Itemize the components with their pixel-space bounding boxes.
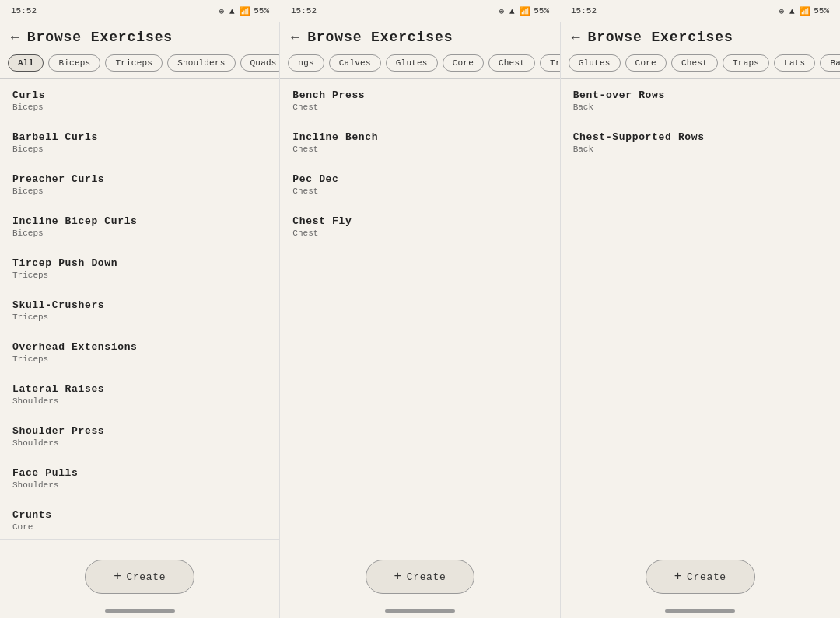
panel-3-header: ← Browse Exercises xyxy=(561,22,840,51)
filter-quads[interactable]: Quads xyxy=(240,54,280,72)
exercise-muscle: Biceps xyxy=(12,145,267,154)
panel-2-exercise-list: Bench Press Chest Incline Bench Chest Pe… xyxy=(280,79,559,550)
list-item[interactable]: Face Pulls Shoulders xyxy=(0,456,279,498)
exercise-name: Incline Bicep Curls xyxy=(12,215,267,227)
exercise-muscle: Back xyxy=(573,145,828,154)
filter-traps-3[interactable]: Traps xyxy=(723,54,769,72)
exercise-muscle: Back xyxy=(573,103,828,112)
plus-icon-2: + xyxy=(394,570,402,584)
list-item[interactable]: Overhead Extensions Triceps xyxy=(0,330,279,372)
list-item[interactable]: Chest-Supported Rows Back xyxy=(561,120,840,162)
exercise-muscle: Chest xyxy=(292,229,547,238)
panel-2: ← Browse Exercises ngs Calves Glutes Cor… xyxy=(280,22,560,618)
create-button-2[interactable]: + Create xyxy=(366,560,475,594)
back-arrow-2[interactable]: ← xyxy=(291,30,299,45)
list-item[interactable]: Barbell Curls Biceps xyxy=(0,120,279,162)
list-item[interactable]: Incline Bicep Curls Biceps xyxy=(0,204,279,246)
exercise-muscle: Biceps xyxy=(12,187,267,196)
list-item[interactable]: Bench Press Chest xyxy=(280,79,559,120)
status-bar: 15:52 ⊕ ▲ 📶 55% 15:52 ⊕ ▲ 📶 55% 15:52 ⊕ … xyxy=(0,0,840,22)
exercise-name: Crunts xyxy=(12,509,267,521)
exercise-muscle: Shoulders xyxy=(12,396,267,406)
status-icons-3: ⊕ ▲ 📶 xyxy=(779,6,810,16)
status-panel-1: 15:52 ⊕ ▲ 📶 55% xyxy=(0,0,280,22)
filter-core-2[interactable]: Core xyxy=(443,54,484,72)
bottom-indicator-2 xyxy=(280,604,559,618)
indicator-bar-1 xyxy=(105,609,175,613)
filter-back[interactable]: Back xyxy=(820,54,840,72)
panel-3-filters: Glutes Core Chest Traps Lats Back xyxy=(561,51,840,78)
exercise-muscle: Biceps xyxy=(12,103,267,112)
panel-1-header: ← Browse Exercises xyxy=(0,22,279,51)
list-item[interactable]: Bent-over Rows Back xyxy=(561,79,840,120)
filter-triceps[interactable]: Triceps xyxy=(105,54,163,72)
panel-3-footer: + Create xyxy=(561,550,840,604)
list-item[interactable]: Skull-Crushers Triceps xyxy=(0,288,279,330)
battery-3: 55% xyxy=(814,6,829,16)
panel-3-exercise-list: Bent-over Rows Back Chest-Supported Rows… xyxy=(561,79,840,550)
list-item[interactable]: Tircep Push Down Triceps xyxy=(0,246,279,288)
exercise-muscle: Biceps xyxy=(12,229,267,238)
filter-glutes-3[interactable]: Glutes xyxy=(569,54,621,72)
status-icons-2: ⊕ ▲ 📶 xyxy=(499,6,530,16)
exercise-name: Preacher Curls xyxy=(12,173,267,185)
panel-1-title: Browse Exercises xyxy=(27,30,173,45)
exercise-name: Chest-Supported Rows xyxy=(573,131,828,143)
exercise-muscle: Chest xyxy=(292,145,547,154)
battery-1: 55% xyxy=(254,6,269,16)
time-1: 15:52 xyxy=(11,6,37,16)
list-item[interactable]: Pec Dec Chest xyxy=(280,162,559,204)
exercise-name: Tircep Push Down xyxy=(12,257,267,269)
filter-lats[interactable]: Lats xyxy=(774,54,815,72)
indicator-bar-3 xyxy=(665,609,735,613)
exercise-name: Incline Bench xyxy=(292,131,547,143)
panel-2-footer: + Create xyxy=(280,550,559,604)
time-2: 15:52 xyxy=(291,6,317,16)
filter-biceps[interactable]: Biceps xyxy=(48,54,100,72)
exercise-name: Shoulder Press xyxy=(12,425,267,437)
filter-all[interactable]: All xyxy=(8,54,44,72)
bottom-indicator-1 xyxy=(0,604,279,618)
exercise-name: Barbell Curls xyxy=(12,131,267,143)
list-item[interactable]: Curls Biceps xyxy=(0,79,279,120)
filter-calves[interactable]: Calves xyxy=(329,54,381,72)
exercise-muscle: Chest xyxy=(292,103,547,112)
exercise-muscle: Core xyxy=(12,522,267,532)
filter-shoulders[interactable]: Shoulders xyxy=(167,54,235,72)
back-arrow-3[interactable]: ← xyxy=(572,30,580,45)
list-item[interactable]: Chest Fly Chest xyxy=(280,204,559,246)
battery-2: 55% xyxy=(534,6,549,16)
panel-2-title: Browse Exercises xyxy=(307,30,453,45)
back-arrow-1[interactable]: ← xyxy=(11,30,19,45)
exercise-name: Bench Press xyxy=(292,89,547,101)
filter-glutes-2[interactable]: Glutes xyxy=(386,54,438,72)
filter-chest-2[interactable]: Chest xyxy=(488,54,535,72)
exercise-muscle: Chest xyxy=(292,187,547,196)
list-item[interactable]: Shoulder Press Shoulders xyxy=(0,414,279,456)
bottom-indicator-3 xyxy=(561,604,840,618)
list-item[interactable]: Lateral Raises Shoulders xyxy=(0,372,279,414)
create-label-2: Create xyxy=(407,571,446,583)
exercise-muscle: Shoulders xyxy=(12,438,267,448)
exercise-muscle: Shoulders xyxy=(12,480,267,490)
list-item[interactable]: Incline Bench Chest xyxy=(280,120,559,162)
create-button-1[interactable]: + Create xyxy=(85,560,194,594)
create-label-3: Create xyxy=(687,571,726,583)
list-item[interactable]: Preacher Curls Biceps xyxy=(0,162,279,204)
filter-core-3[interactable]: Core xyxy=(625,54,667,72)
status-panel-3: 15:52 ⊕ ▲ 📶 55% xyxy=(560,0,840,22)
panel-1-exercise-list: Curls Biceps Barbell Curls Biceps Preach… xyxy=(0,79,279,550)
filter-traps-2[interactable]: Traps xyxy=(540,54,560,72)
panel-1-footer: + Create xyxy=(0,550,279,604)
filter-ngs[interactable]: ngs xyxy=(288,54,324,72)
status-icons-1: ⊕ ▲ 📶 xyxy=(219,6,250,16)
create-button-3[interactable]: + Create xyxy=(646,560,755,594)
exercise-name: Chest Fly xyxy=(292,215,547,227)
exercise-name: Overhead Extensions xyxy=(12,341,267,353)
exercise-muscle: Triceps xyxy=(12,354,267,364)
list-item[interactable]: Crunts Core xyxy=(0,498,279,540)
status-panel-2: 15:52 ⊕ ▲ 📶 55% xyxy=(280,0,560,22)
filter-chest-3[interactable]: Chest xyxy=(671,54,718,72)
exercise-name: Face Pulls xyxy=(12,467,267,479)
panel-3: ← Browse Exercises Glutes Core Chest Tra… xyxy=(561,22,840,618)
